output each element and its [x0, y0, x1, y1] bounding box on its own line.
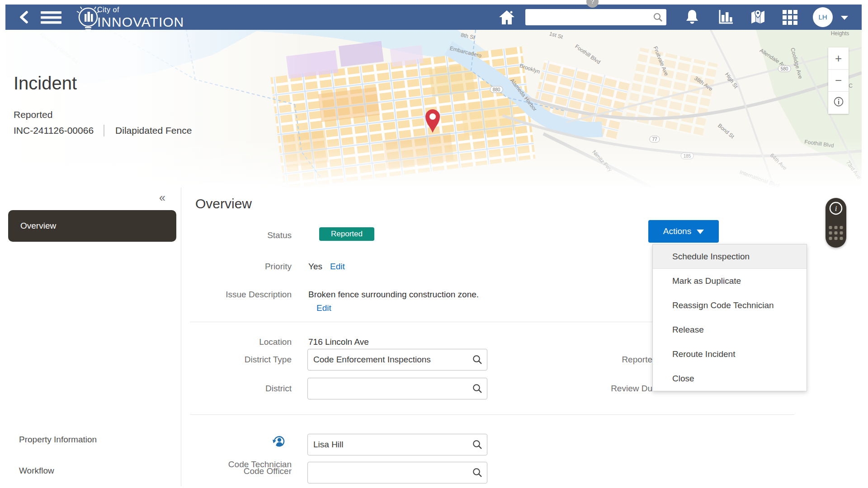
- issue-description-label: Issue Description: [132, 289, 292, 300]
- code-technician-input[interactable]: [307, 434, 487, 455]
- incident-location-pin-icon[interactable]: [422, 107, 443, 135]
- code-technician-field: [307, 434, 487, 455]
- review-due-label-truncated: Review Du: [562, 383, 652, 394]
- issue-description-edit-link[interactable]: Edit: [316, 302, 331, 314]
- district-type-search-icon[interactable]: [472, 355, 482, 365]
- map-street-label: Bond St: [717, 122, 736, 140]
- map-bottom-fade-overlay: [5, 138, 862, 188]
- menu-item-close[interactable]: Close: [653, 366, 807, 391]
- menu-item-release[interactable]: Release: [653, 318, 807, 342]
- map-icon: [750, 9, 766, 25]
- home-icon: [498, 9, 515, 25]
- priority-label: Priority: [132, 261, 292, 272]
- logo-city-of: City of: [97, 6, 184, 14]
- priority-value: Yes: [308, 261, 322, 272]
- code-officer-field: [307, 462, 487, 483]
- map-street-label: 1st St: [548, 30, 563, 40]
- map-street-label: Coolidge Ave: [789, 47, 804, 80]
- issue-description-value: Broken fence surrounding construction zo…: [308, 289, 479, 300]
- actions-dropdown-menu: Schedule Inspection Mark as Duplicate Re…: [652, 244, 807, 391]
- map-zoom-out-button[interactable]: −: [828, 70, 849, 92]
- back-chevron-icon: [17, 10, 32, 24]
- code-officer-label: Code Officer: [132, 465, 292, 477]
- sidebar-item-label: Overview: [20, 221, 56, 230]
- priority-edit-link[interactable]: Edit: [330, 261, 345, 272]
- map-street-label: 38th Ave: [693, 75, 714, 92]
- logo-innovation: INNOVATION: [97, 14, 184, 30]
- app-window: City of INNOVATION: [5, 5, 862, 486]
- actions-button-label: Actions: [663, 226, 691, 236]
- district-search-icon[interactable]: [472, 384, 482, 394]
- location-value: 716 Lincoln Ave: [308, 336, 369, 348]
- bell-icon: [684, 9, 700, 25]
- menu-item-schedule-inspection[interactable]: Schedule Inspection: [653, 244, 807, 269]
- map-view-button[interactable]: [750, 9, 766, 27]
- apps-grid-button[interactable]: [783, 10, 797, 26]
- hamburger-menu-button[interactable]: [41, 11, 61, 25]
- district-label: District: [132, 383, 292, 394]
- location-label: Location: [132, 336, 292, 348]
- search-icon[interactable]: [653, 13, 663, 22]
- map-street-label: Brooklyn: [519, 62, 541, 75]
- hamburger-icon: [41, 11, 61, 24]
- grid-icon: [783, 10, 797, 25]
- district-field: [307, 378, 487, 399]
- global-search: [525, 9, 666, 25]
- incident-id: INC-241126-00066: [14, 125, 94, 136]
- user-menu-caret-icon[interactable]: [841, 16, 848, 20]
- home-button[interactable]: [498, 9, 515, 27]
- map-info-button[interactable]: [828, 92, 849, 114]
- user-avatar[interactable]: LH: [813, 7, 833, 27]
- map-street-label: 8th St: [460, 32, 476, 41]
- menu-item-mark-as-duplicate[interactable]: Mark as Duplicate: [653, 269, 807, 293]
- notifications-button[interactable]: [684, 9, 700, 27]
- district-type-field: [307, 349, 487, 371]
- app-logo[interactable]: City of INNOVATION: [97, 6, 184, 30]
- status-label: Status: [132, 230, 292, 241]
- highway-shield-label: 880: [490, 86, 503, 93]
- map-zoom-in-button[interactable]: +: [828, 47, 849, 70]
- feedback-info-icon: i: [829, 201, 843, 216]
- status-badge: Reported: [319, 227, 374, 241]
- district-type-input[interactable]: [307, 349, 487, 371]
- search-input[interactable]: [530, 9, 652, 25]
- map-street-label: Foothill Blvd: [574, 43, 602, 66]
- map-street-label: High St: [724, 71, 739, 89]
- code-officer-search-icon[interactable]: [472, 468, 482, 478]
- incident-title-block: Incident Reported INC-241126-00066 Dilap…: [14, 73, 192, 136]
- actions-caret-icon: [697, 230, 704, 234]
- sidebar-collapse-button[interactable]: «: [159, 191, 165, 204]
- map-banner: Alameda Harbor-Ba8th St1st StEmbarcadero…: [5, 30, 862, 188]
- reported-date-label-truncated: Reporte: [562, 354, 652, 366]
- menu-item-reroute-incident[interactable]: Reroute Incident: [653, 342, 807, 366]
- page-title: Incident: [14, 73, 192, 94]
- analytics-button[interactable]: [718, 9, 734, 27]
- incident-status-line: Reported: [14, 109, 192, 120]
- menu-item-reassign-code-technician[interactable]: Reassign Code Technician: [653, 293, 807, 318]
- map-zoom-controls: + −: [828, 47, 849, 114]
- info-circle-icon: [834, 97, 844, 107]
- incident-id-row: INC-241126-00066 Dilapidated Fence: [14, 125, 192, 136]
- sidebar-item-workflow[interactable]: Workflow: [19, 465, 54, 477]
- section-divider: [190, 414, 794, 415]
- map-street-label: Alameda Harbor: [509, 77, 538, 112]
- district-input[interactable]: [307, 378, 487, 399]
- sidebar-item-property-information[interactable]: Property Information: [19, 434, 97, 446]
- top-navigation-bar: City of INNOVATION: [5, 5, 862, 30]
- map-street-label: Embarcadero: [449, 45, 482, 59]
- id-type-divider: [104, 125, 104, 136]
- reassign-person-icon[interactable]: [272, 435, 286, 448]
- code-officer-input[interactable]: [307, 462, 487, 483]
- svg-text:i: i: [835, 204, 837, 213]
- overview-heading: Overview: [195, 196, 252, 211]
- feedback-widget[interactable]: i: [826, 198, 846, 248]
- incident-type: Dilapidated Fence: [115, 125, 192, 136]
- actions-button[interactable]: Actions: [648, 220, 719, 243]
- code-technician-search-icon[interactable]: [472, 440, 482, 450]
- map-street-label: Heights: [831, 30, 849, 37]
- bar-chart-icon: [718, 9, 734, 25]
- back-button[interactable]: [17, 10, 32, 26]
- highway-shield-label: 580: [778, 66, 791, 72]
- incident-detail-content: « Overview Property Information Workflow…: [5, 188, 862, 486]
- feedback-dots-grid-icon: [829, 226, 843, 240]
